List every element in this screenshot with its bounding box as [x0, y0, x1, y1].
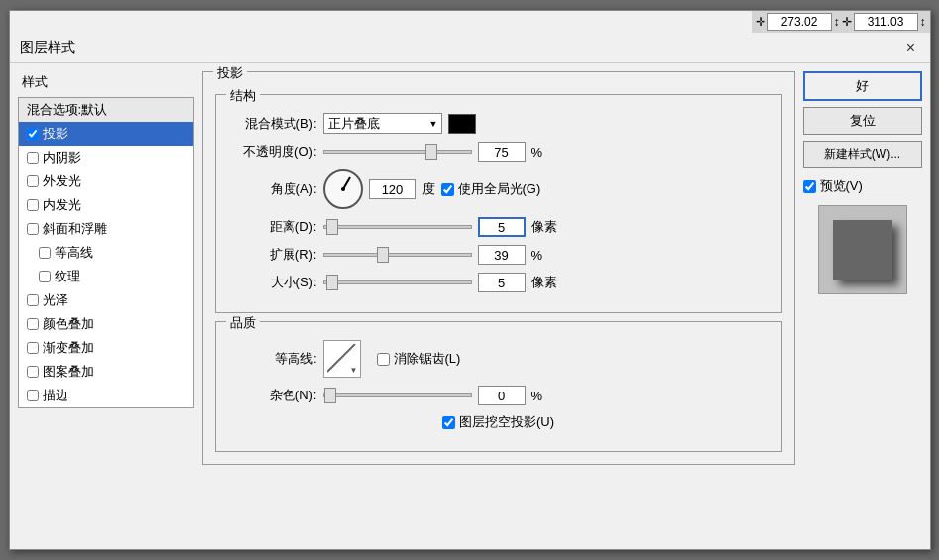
coord-y-input[interactable]	[854, 13, 918, 31]
inner-shadow-checkbox[interactable]	[27, 152, 39, 164]
preview-box	[818, 205, 907, 294]
contour-preview[interactable]	[323, 340, 361, 378]
distance-slider[interactable]	[323, 225, 472, 229]
contour-label: 等高线:	[228, 350, 317, 368]
reset-button[interactable]: 复位	[803, 107, 922, 135]
spread-row: 扩展(R): %	[228, 245, 769, 265]
preview-text: 预览(V)	[820, 177, 863, 195]
size-slider[interactable]	[323, 280, 472, 284]
sidebar-item-blend[interactable]: 混合选项:默认	[19, 98, 193, 122]
main-content: 投影 结构 混合模式(B): 正常 溶解 正片叠底 滤色	[202, 71, 795, 465]
sidebar-item-inner-shadow[interactable]: 内阴影	[19, 146, 193, 169]
opacity-unit: %	[531, 145, 543, 160]
outer-glow-checkbox[interactable]	[27, 175, 39, 187]
dialog-body: 样式 混合选项:默认 投影 内阴影 外发光	[10, 63, 930, 473]
sidebar-inner-glow-label: 内发光	[43, 196, 81, 214]
coord-icon-1: ✛	[756, 15, 765, 29]
global-light-checkbox[interactable]	[441, 183, 454, 196]
gradient-overlay-checkbox[interactable]	[27, 342, 39, 354]
color-overlay-checkbox[interactable]	[27, 318, 39, 330]
sidebar-item-bevel[interactable]: 斜面和浮雕	[19, 217, 193, 241]
sidebar-section: 混合选项:默认 投影 内阴影 外发光	[18, 97, 194, 408]
opacity-row: 不透明度(O): %	[228, 142, 769, 162]
sidebar-gradient-overlay-label: 渐变叠加	[43, 339, 94, 357]
sidebar-color-overlay-label: 颜色叠加	[43, 315, 94, 333]
sidebar-item-shadow[interactable]: 投影	[19, 122, 193, 146]
sidebar-item-texture[interactable]: 纹理	[19, 265, 193, 288]
bevel-checkbox[interactable]	[27, 223, 39, 235]
satin-checkbox[interactable]	[27, 294, 39, 306]
opacity-slider[interactable]	[323, 150, 472, 154]
coord-y-arrow: ↕	[920, 15, 926, 29]
knockout-checkbox[interactable]	[442, 416, 455, 429]
structure-legend: 结构	[226, 87, 260, 105]
angle-input[interactable]	[369, 179, 416, 199]
distance-row: 距离(D): 像素	[228, 217, 769, 237]
blend-mode-select[interactable]: 正常 溶解 正片叠底 滤色 叠加	[323, 113, 442, 134]
contour-svg	[327, 344, 357, 374]
distance-input[interactable]	[478, 217, 526, 237]
sidebar-item-gradient-overlay[interactable]: 渐变叠加	[19, 336, 193, 360]
stroke-checkbox[interactable]	[27, 390, 39, 401]
sidebar-outer-glow-label: 外发光	[43, 172, 81, 190]
global-light-label[interactable]: 使用全局光(G)	[441, 180, 541, 198]
sidebar-item-stroke[interactable]: 描边	[19, 384, 193, 407]
shadow-panel: 投影 结构 混合模式(B): 正常 溶解 正片叠底 滤色	[202, 71, 795, 465]
close-button[interactable]: ×	[902, 39, 920, 56]
sidebar-item-color-overlay[interactable]: 颜色叠加	[19, 312, 193, 336]
sidebar-bevel-label: 斜面和浮雕	[43, 220, 107, 238]
noise-slider[interactable]	[323, 393, 472, 397]
preview-checkbox[interactable]	[803, 180, 816, 193]
sidebar-item-inner-glow[interactable]: 内发光	[19, 193, 193, 217]
sidebar-item-satin[interactable]: 光泽	[19, 288, 193, 312]
angle-label: 角度(A):	[228, 180, 317, 198]
anti-alias-checkbox[interactable]	[377, 353, 390, 366]
anti-alias-label[interactable]: 消除锯齿(L)	[377, 350, 461, 368]
ok-button[interactable]: 好	[803, 71, 922, 101]
contour-checkbox[interactable]	[39, 247, 51, 259]
preview-square	[833, 220, 892, 280]
new-style-button[interactable]: 新建样式(W)...	[803, 141, 922, 168]
shadow-checkbox[interactable]	[27, 128, 39, 140]
sidebar-item-contour[interactable]: 等高线	[19, 241, 193, 265]
sidebar-blend-label: 混合选项:默认	[27, 101, 108, 119]
anti-alias-text: 消除锯齿(L)	[394, 350, 461, 368]
sidebar-inner-shadow-label: 内阴影	[43, 149, 81, 167]
structure-panel: 结构 混合模式(B): 正常 溶解 正片叠底 滤色 叠加	[215, 94, 782, 313]
opacity-input[interactable]	[478, 142, 526, 162]
blend-mode-dropdown-wrapper: 正常 溶解 正片叠底 滤色 叠加	[323, 113, 442, 134]
coord-box-1: ↕	[767, 13, 840, 31]
sidebar-item-pattern-overlay[interactable]: 图案叠加	[19, 360, 193, 384]
knockout-row: 图层挖空投影(U)	[228, 413, 769, 431]
sidebar-shadow-label: 投影	[43, 125, 68, 143]
size-input[interactable]	[478, 273, 526, 292]
angle-row: 角度(A): 度 使用全局光(G)	[228, 169, 769, 209]
title-bar: 图层样式 ×	[10, 33, 930, 63]
sidebar-texture-label: 纹理	[55, 268, 80, 285]
coord-x-input[interactable]	[767, 13, 832, 31]
sidebar-item-outer-glow[interactable]: 外发光	[19, 169, 193, 193]
texture-checkbox[interactable]	[39, 271, 51, 282]
noise-label: 杂色(N):	[228, 387, 317, 404]
inner-glow-checkbox[interactable]	[27, 199, 39, 211]
quality-panel: 品质 等高线: 消除锯齿(L)	[215, 321, 782, 452]
sidebar-satin-label: 光泽	[43, 291, 68, 309]
right-panel: 好 复位 新建样式(W)... 预览(V)	[803, 71, 922, 465]
pattern-overlay-checkbox[interactable]	[27, 366, 39, 378]
noise-unit: %	[531, 389, 543, 403]
spread-slider[interactable]	[323, 253, 472, 257]
spread-input[interactable]	[478, 245, 526, 265]
distance-unit: 像素	[531, 218, 557, 236]
sidebar-stroke-label: 描边	[43, 387, 68, 404]
coord-x-arrow: ↕	[834, 15, 840, 29]
knockout-label[interactable]: 图层挖空投影(U)	[442, 413, 554, 431]
topbar: ✛ ↕ ✛ ↕	[752, 11, 930, 33]
angle-unit: 度	[422, 180, 435, 198]
noise-input[interactable]	[478, 386, 526, 405]
spread-unit: %	[531, 248, 543, 263]
preview-label[interactable]: 预览(V)	[803, 177, 922, 195]
shadow-color-swatch[interactable]	[448, 114, 476, 134]
coord-box-2: ↕	[854, 13, 926, 31]
angle-dial[interactable]	[323, 169, 363, 209]
coord-icon-2: ✛	[842, 15, 852, 29]
